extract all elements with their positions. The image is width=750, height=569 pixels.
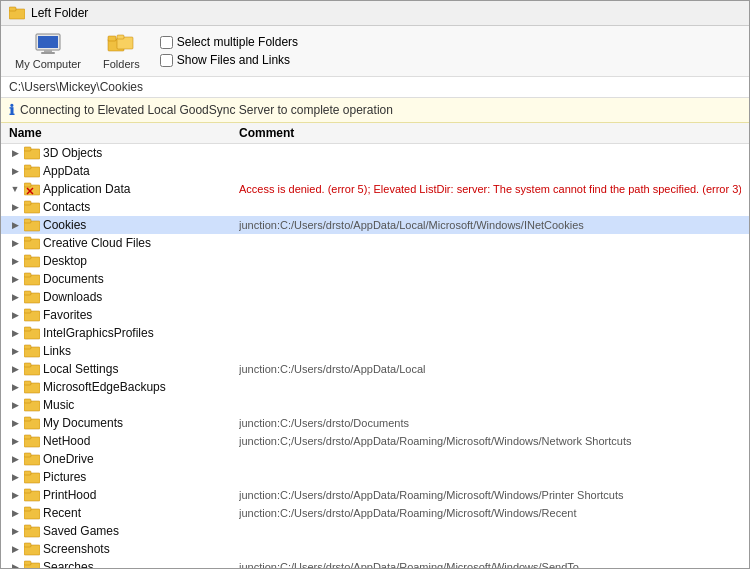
- svg-rect-27: [24, 273, 31, 277]
- table-row[interactable]: ▶ Cookies junction:C:/Users/drsto/AppDat…: [1, 216, 749, 234]
- svg-rect-41: [24, 399, 31, 403]
- table-row[interactable]: ▶ Local Settings junction:C:/Users/drsto…: [1, 360, 749, 378]
- expand-button[interactable]: ▶: [9, 309, 21, 321]
- row-comment: junction:C:/Users/drsto/AppData/Local: [239, 363, 741, 375]
- row-comment: Access is denied. (error 5); Elevated Li…: [239, 183, 741, 195]
- expand-button[interactable]: ▶: [9, 489, 21, 501]
- svg-rect-13: [24, 165, 31, 169]
- folder-icon: [24, 452, 40, 466]
- expand-button[interactable]: ▶: [9, 435, 21, 447]
- expand-button[interactable]: ▶: [9, 471, 21, 483]
- folders-button[interactable]: Folders: [97, 30, 146, 72]
- folders-icon: [107, 32, 135, 56]
- folder-icon: [24, 524, 40, 538]
- expand-button[interactable]: ▶: [9, 255, 21, 267]
- expand-button[interactable]: ▶: [9, 219, 21, 231]
- expand-button[interactable]: ▶: [9, 417, 21, 429]
- table-row[interactable]: ▶ AppData: [1, 162, 749, 180]
- expand-button[interactable]: ▶: [9, 381, 21, 393]
- svg-rect-3: [38, 36, 58, 48]
- expand-button[interactable]: ▶: [9, 237, 21, 249]
- row-label: Application Data: [43, 182, 130, 196]
- table-row[interactable]: ▶ Creative Cloud Files: [1, 234, 749, 252]
- svg-rect-21: [24, 219, 31, 223]
- row-comment: junction:C:/Users/drsto/AppData/Roaming/…: [239, 489, 741, 501]
- table-row[interactable]: ▼ Application Data Access is denied. (er…: [1, 180, 749, 198]
- row-label: NetHood: [43, 434, 90, 448]
- svg-rect-15: [24, 183, 31, 187]
- expand-button[interactable]: ▶: [9, 561, 21, 568]
- my-computer-button[interactable]: My Computer: [9, 30, 87, 72]
- table-row[interactable]: ▶ Pictures: [1, 468, 749, 486]
- svg-rect-51: [24, 489, 31, 493]
- svg-rect-39: [24, 381, 31, 385]
- file-list[interactable]: Name Comment ▶ 3D Objects ▶ AppData ▼: [1, 123, 749, 568]
- table-row[interactable]: ▶ PrintHood junction:C:/Users/drsto/AppD…: [1, 486, 749, 504]
- column-name: Name: [9, 126, 239, 140]
- expand-button[interactable]: ▶: [9, 147, 21, 159]
- expand-button[interactable]: ▶: [9, 399, 21, 411]
- expand-button[interactable]: ▶: [9, 543, 21, 555]
- table-row[interactable]: ▶ Desktop: [1, 252, 749, 270]
- table-row[interactable]: ▶ 3D Objects: [1, 144, 749, 162]
- expand-button[interactable]: ▼: [9, 183, 21, 195]
- svg-rect-45: [24, 435, 31, 439]
- folder-icon: [24, 236, 40, 250]
- svg-rect-31: [24, 309, 31, 313]
- folder-icon: [24, 470, 40, 484]
- expand-button[interactable]: ▶: [9, 453, 21, 465]
- row-comment: junction:C:/Users/drsto/AppData/Roaming/…: [239, 507, 741, 519]
- table-row[interactable]: ▶ NetHood junction:C;/Users/drsto/AppDat…: [1, 432, 749, 450]
- column-comment: Comment: [239, 126, 741, 140]
- info-icon: ℹ: [9, 102, 14, 118]
- row-label: Pictures: [43, 470, 86, 484]
- svg-rect-9: [117, 35, 124, 39]
- expand-button[interactable]: ▶: [9, 201, 21, 213]
- table-row[interactable]: ▶ Contacts: [1, 198, 749, 216]
- svg-rect-37: [24, 363, 31, 367]
- folder-icon: [24, 290, 40, 304]
- show-files-checkbox[interactable]: [160, 54, 173, 67]
- expand-button[interactable]: ▶: [9, 345, 21, 357]
- table-row[interactable]: ▶ My Documents junction:C:/Users/drsto/D…: [1, 414, 749, 432]
- table-row[interactable]: ▶ Favorites: [1, 306, 749, 324]
- select-multiple-label[interactable]: Select multiple Folders: [160, 35, 298, 49]
- select-multiple-checkbox[interactable]: [160, 36, 173, 49]
- row-label: Saved Games: [43, 524, 119, 538]
- row-comment: junction:C;/Users/drsto/AppData/Roaming/…: [239, 435, 741, 447]
- expand-button[interactable]: ▶: [9, 291, 21, 303]
- table-row[interactable]: ▶ Music: [1, 396, 749, 414]
- expand-button[interactable]: ▶: [9, 525, 21, 537]
- svg-rect-49: [24, 471, 31, 475]
- folder-icon: [24, 416, 40, 430]
- folder-icon: [24, 200, 40, 214]
- svg-rect-1: [9, 7, 16, 11]
- svg-rect-29: [24, 291, 31, 295]
- table-row[interactable]: ▶ Recent junction:C:/Users/drsto/AppData…: [1, 504, 749, 522]
- table-row[interactable]: ▶ Links: [1, 342, 749, 360]
- title-bar: Left Folder: [1, 1, 749, 26]
- svg-rect-55: [24, 525, 31, 529]
- svg-rect-4: [44, 50, 52, 52]
- my-computer-icon: [34, 32, 62, 56]
- expand-button[interactable]: ▶: [9, 327, 21, 339]
- row-label: PrintHood: [43, 488, 96, 502]
- expand-button[interactable]: ▶: [9, 273, 21, 285]
- row-label: Downloads: [43, 290, 102, 304]
- table-row[interactable]: ▶ Saved Games: [1, 522, 749, 540]
- table-row[interactable]: ▶ MicrosoftEdgeBackups: [1, 378, 749, 396]
- folder-icon: [24, 326, 40, 340]
- folder-icon: [24, 254, 40, 268]
- table-row[interactable]: ▶ OneDrive: [1, 450, 749, 468]
- table-row[interactable]: ▶ Searches junction:C:/Users/drsto/AppDa…: [1, 558, 749, 568]
- table-row[interactable]: ▶ IntelGraphicsProfiles: [1, 324, 749, 342]
- expand-button[interactable]: ▶: [9, 165, 21, 177]
- table-row[interactable]: ▶ Screenshots: [1, 540, 749, 558]
- expand-button[interactable]: ▶: [9, 507, 21, 519]
- table-row[interactable]: ▶ Downloads: [1, 288, 749, 306]
- show-files-label[interactable]: Show Files and Links: [160, 53, 298, 67]
- svg-rect-11: [24, 147, 31, 151]
- row-label: Screenshots: [43, 542, 110, 556]
- table-row[interactable]: ▶ Documents: [1, 270, 749, 288]
- expand-button[interactable]: ▶: [9, 363, 21, 375]
